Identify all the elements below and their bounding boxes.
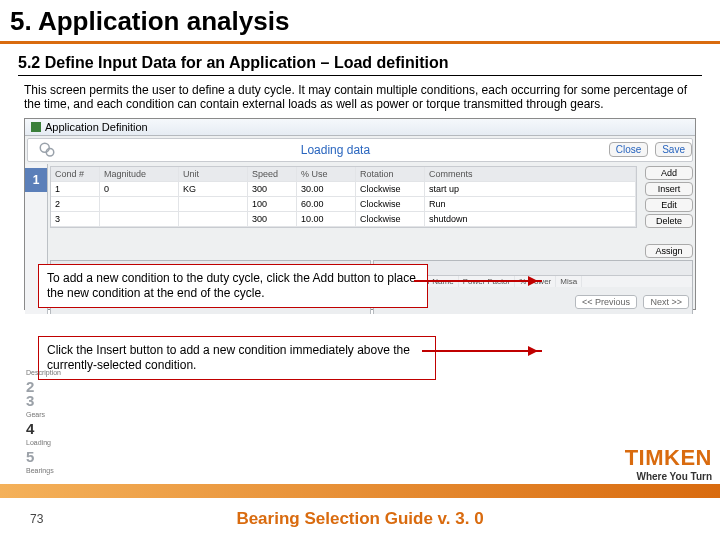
gear-icon bbox=[36, 141, 58, 159]
app-banner: Loading data Close Save bbox=[27, 138, 693, 162]
app-titlebar: Application Definition bbox=[25, 119, 695, 136]
app-top-buttons: Close Save bbox=[605, 142, 692, 157]
brand-tagline: Where You Turn bbox=[625, 471, 712, 482]
col-rot: Rotation bbox=[356, 167, 425, 181]
col-unit: Unit bbox=[179, 167, 248, 181]
svg-point-0 bbox=[40, 143, 49, 152]
step-1: 1 bbox=[25, 168, 47, 192]
col-mag: Magnitude bbox=[100, 167, 179, 181]
header-bar: 5. Application analysis bbox=[0, 0, 720, 44]
prev-button[interactable]: << Previous bbox=[575, 295, 637, 309]
col-speed: Speed bbox=[248, 167, 297, 181]
callout-add: To add a new condition to the duty cycle… bbox=[38, 264, 428, 308]
assign-button[interactable]: Assign bbox=[645, 244, 693, 258]
col-cond: Cond # bbox=[51, 167, 100, 181]
save-button[interactable]: Save bbox=[655, 142, 692, 157]
section-paragraph: This screen permits the user to define a… bbox=[24, 84, 696, 112]
next-button[interactable]: Next >> bbox=[643, 295, 689, 309]
page-title: 5. Application analysis bbox=[10, 6, 710, 37]
insert-button[interactable]: Insert bbox=[645, 182, 693, 196]
add-button[interactable]: Add bbox=[645, 166, 693, 180]
brand-logo: TIMKEN bbox=[625, 445, 712, 470]
table-row[interactable]: 10KG30030.00Clockwisestart up bbox=[51, 182, 636, 197]
callout-insert: Click the Insert button to add a new con… bbox=[38, 336, 436, 380]
page-number: 73 bbox=[30, 512, 43, 526]
section-subtitle: 5.2 Define Input Data for an Application… bbox=[18, 54, 702, 76]
gradient-bar bbox=[0, 484, 720, 498]
table-row[interactable]: 330010.00Clockwiseshutdown bbox=[51, 212, 636, 227]
grid-buttons: Add Insert Edit Delete Assign bbox=[639, 164, 695, 260]
arrow-to-insert bbox=[422, 350, 542, 352]
close-button[interactable]: Close bbox=[609, 142, 649, 157]
footer: 73 Bearing Selection Guide v. 3. 0 bbox=[0, 498, 720, 540]
delete-button[interactable]: Delete bbox=[645, 214, 693, 228]
app-banner-text: Loading data bbox=[66, 143, 605, 157]
app-nav: << Previous Next >> bbox=[571, 297, 689, 307]
footer-title: Bearing Selection Guide v. 3. 0 bbox=[236, 509, 483, 529]
conditions-grid: Cond # Magnitude Unit Speed % Use Rotati… bbox=[50, 166, 637, 228]
col-use: % Use bbox=[297, 167, 356, 181]
col-comment: Comments bbox=[425, 167, 636, 181]
table-row[interactable]: 210060.00ClockwiseRun bbox=[51, 197, 636, 212]
edit-button[interactable]: Edit bbox=[645, 198, 693, 212]
app-window-title: Application Definition bbox=[45, 121, 148, 133]
arrow-to-add bbox=[414, 280, 542, 282]
grid-header: Cond # Magnitude Unit Speed % Use Rotati… bbox=[51, 167, 636, 182]
brand: TIMKEN Where You Turn bbox=[625, 445, 712, 482]
step-list: Description 2 3 Gears 4 Loading 5 Bearin… bbox=[26, 366, 60, 478]
